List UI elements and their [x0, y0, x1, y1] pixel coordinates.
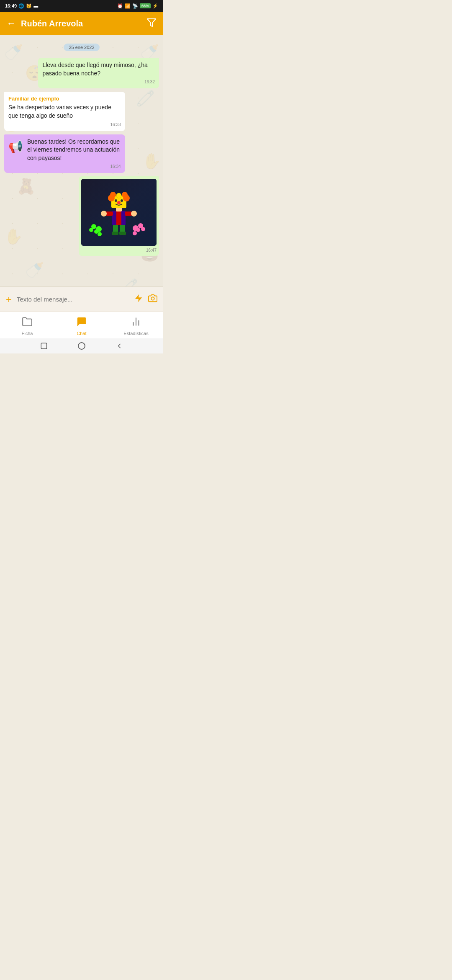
nav-chat-label: Chat [77, 331, 86, 336]
sent-bubble: Lleva desde que llegó muy mimoso, ¿ha pa… [38, 58, 159, 88]
svg-rect-39 [41, 343, 47, 349]
status-left: 16:49 🌐 😺 ▬ [5, 3, 38, 9]
nav-ficha[interactable]: Ficha [0, 316, 54, 336]
announcement-content: Buenas tardes! Os recordamos que el vier… [27, 138, 121, 170]
received-bubble: Familiar de ejemplo Se ha despertado var… [4, 92, 125, 131]
status-bar: 16:49 🌐 😺 ▬ ⏰ 📶 📡 66% ⚡ [0, 0, 163, 12]
message-time: 16:47 [81, 248, 157, 253]
add-attachment-button[interactable]: + [6, 294, 12, 305]
svg-point-22 [110, 192, 116, 198]
home-button[interactable] [78, 342, 85, 350]
chat-image[interactable] [81, 179, 157, 246]
svg-point-26 [136, 228, 140, 232]
chat-area: 🍼 🍼 😴 🧷 👶 ✋ 🧸 🍎 ✋ 💩 🍼 🧷 😴 😴 25 ene 2022 … [0, 35, 163, 286]
filter-button[interactable] [146, 18, 157, 30]
sender-name: Familiar de ejemplo [8, 95, 121, 103]
svg-marker-0 [147, 19, 156, 26]
alarm-icon: ⏰ [117, 3, 123, 9]
folder-icon [22, 316, 33, 330]
message-time: 16:33 [8, 122, 121, 128]
svg-point-19 [117, 201, 121, 204]
svg-point-32 [89, 228, 93, 232]
nav-chat[interactable]: Chat [54, 316, 109, 336]
wifi-icon: 📡 [132, 3, 138, 9]
input-bar: + [0, 286, 163, 312]
status-time: 16:49 [5, 3, 17, 8]
svg-rect-6 [119, 232, 126, 235]
status-icon1: 🌐 [18, 3, 24, 9]
image-bubble: 16:47 [79, 176, 159, 256]
status-icon2: 😺 [26, 3, 32, 9]
chat-header: ← Rubén Arrevola [0, 12, 163, 35]
signal-icon: 📶 [125, 3, 131, 9]
svg-point-12 [101, 211, 107, 217]
megaphone-icon: 📢 [8, 139, 23, 155]
svg-point-33 [98, 232, 102, 236]
recent-apps-button[interactable] [40, 342, 48, 350]
camera-button[interactable] [148, 294, 157, 305]
android-home-bar [0, 338, 163, 353]
message-text: Se ha despertado varias veces y puede qu… [8, 103, 121, 120]
message-text: Lleva desde que llegó muy mimoso, ¿ha pa… [42, 61, 155, 77]
svg-marker-34 [135, 294, 142, 302]
message-input[interactable] [17, 296, 129, 303]
message-time: 16:34 [27, 164, 121, 170]
message-time: 16:32 [42, 79, 155, 85]
nav-ficha-label: Ficha [22, 331, 33, 336]
svg-point-27 [141, 227, 145, 231]
message-row: 16:47 [4, 176, 159, 256]
svg-point-28 [133, 231, 137, 235]
charging-icon: ⚡ [152, 3, 158, 9]
quick-reply-button[interactable] [134, 294, 143, 305]
back-button-android[interactable] [115, 342, 123, 350]
svg-point-16 [116, 193, 121, 198]
svg-rect-5 [112, 232, 118, 235]
contact-name: Rubén Arrevola [21, 19, 141, 28]
status-icon3: ▬ [33, 3, 38, 8]
stats-icon [131, 316, 141, 330]
date-badge: 25 ene 2022 [64, 44, 99, 51]
svg-point-35 [151, 297, 154, 300]
announcement-bubble: 📢 Buenas tardes! Os recordamos que el vi… [4, 134, 125, 173]
message-row: Lleva desde que llegó muy mimoso, ¿ha pa… [4, 58, 159, 88]
back-button[interactable]: ← [7, 18, 16, 29]
chat-icon [76, 316, 87, 330]
status-right: ⏰ 📶 📡 66% ⚡ [117, 3, 158, 9]
svg-point-31 [94, 230, 98, 234]
message-row: 📢 Buenas tardes! Os recordamos que el vi… [4, 134, 159, 173]
message-row: Familiar de ejemplo Se ha despertado var… [4, 92, 159, 131]
battery-indicator: 66% [140, 3, 151, 8]
nav-estadisticas[interactable]: Estadísticas [109, 316, 163, 336]
bottom-nav: Ficha Chat Estadísticas [0, 312, 163, 338]
svg-point-13 [131, 211, 137, 217]
nav-estadisticas-label: Estadísticas [123, 331, 148, 336]
date-separator: 25 ene 2022 [4, 44, 159, 51]
svg-point-23 [122, 192, 128, 198]
message-text: Buenas tardes! Os recordamos que el vier… [27, 138, 121, 162]
svg-point-17 [115, 199, 117, 202]
svg-point-18 [121, 199, 123, 202]
